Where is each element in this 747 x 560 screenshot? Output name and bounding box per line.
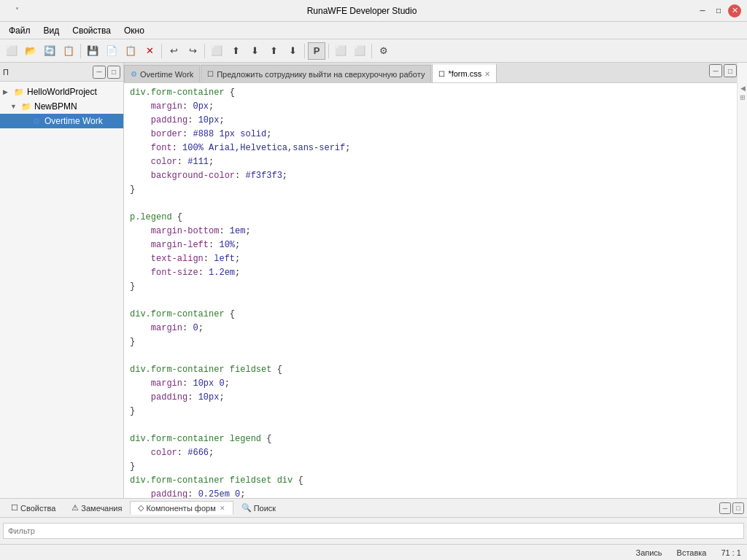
bottom-tabs: ☐ Свойства ⚠ Замечания ◇ Компоненты форм… — [0, 499, 747, 518]
bottom-tab-search[interactable]: 🔍 Поиск — [233, 501, 284, 515]
code-text-7: background-color: #f3f3f3; — [124, 169, 293, 183]
code-text-17: div.form-container { — [124, 308, 241, 322]
status-bar: Запись Вставка 71 : 1 — [0, 544, 747, 560]
tree-item-overtime[interactable]: ⚙ Overtime Work — [0, 114, 123, 128]
code-editor[interactable]: div.form-container { margin: 0px; paddin… — [124, 83, 737, 498]
code-text-24: } — [124, 405, 141, 419]
toolbar-sep5 — [328, 44, 329, 58]
bottom-maximize-btn[interactable]: □ — [732, 502, 744, 514]
code-text-3: padding: 10px; — [124, 114, 231, 128]
menu-file[interactable]: Файл — [3, 24, 36, 37]
tree-item-newbpmn[interactable]: ▼ 📁 NewBPMN — [0, 99, 123, 114]
code-line-23: padding: 10px; — [124, 391, 737, 405]
toolbar-save[interactable]: 💾 — [84, 42, 101, 60]
toolbar-btn15[interactable]: ⬇ — [284, 42, 301, 60]
gutter-icon2[interactable]: ⊞ — [739, 95, 746, 101]
menu-properties[interactable]: Свойства — [66, 24, 117, 37]
code-line-18: margin: 0; — [124, 322, 737, 335]
code-text-5: font: 100% Arial,Helvetica,sans-serif; — [124, 141, 356, 155]
toolbar-sep1 — [80, 44, 81, 58]
code-text-14: font-size: 1.2em; — [124, 266, 246, 280]
code-line-29: div.form-container fieldset div { — [124, 474, 737, 488]
toolbar-btn4[interactable]: 📋 — [60, 42, 77, 60]
bottom-tab-components[interactable]: ◇ Компоненты форм ✕ — [130, 501, 233, 515]
code-text-2: margin: 0px; — [124, 100, 220, 114]
toolbar-btn3[interactable]: 🔄 — [41, 42, 58, 60]
toolbar-btn12[interactable]: ⬆ — [227, 42, 244, 60]
code-text-23: padding: 10px; — [124, 391, 231, 405]
components-tab-close[interactable]: ✕ — [220, 505, 225, 512]
components-tab-icon: ◇ — [138, 503, 144, 513]
code-text-27: color: #666; — [124, 446, 220, 460]
toolbar-new[interactable]: ⬜ — [3, 42, 20, 60]
newbpmn-icon: 📁 — [20, 101, 32, 112]
status-record: Запись — [635, 548, 662, 557]
close-button[interactable]: ✕ — [728, 4, 741, 18]
toolbar-redo[interactable]: ↪ — [184, 42, 201, 60]
toolbar-undo[interactable]: ↩ — [165, 42, 182, 60]
status-position: 71 : 1 — [721, 548, 741, 557]
bottom-minimize-btn[interactable]: ─ — [719, 502, 731, 514]
tab-formcss[interactable]: ☐ *form.css ✕ — [432, 63, 497, 82]
toolbar-sep4 — [304, 44, 305, 58]
code-text-1: div.form-container { — [124, 86, 241, 100]
title-bar-left: ˅ — [6, 7, 28, 15]
toolbar-btn17[interactable]: ⬜ — [332, 42, 349, 60]
code-line-2: margin: 0px; — [124, 100, 737, 114]
tab-minimize-btn[interactable]: ─ — [709, 64, 722, 77]
tab-maximize-btn[interactable]: □ — [724, 64, 737, 77]
menu-view[interactable]: Вид — [38, 24, 66, 37]
bottom-tab-properties[interactable]: ☐ Свойства — [3, 501, 63, 515]
code-line-24: } — [124, 405, 737, 419]
code-line-1: div.form-container { — [124, 86, 737, 100]
code-line-27: color: #666; — [124, 446, 737, 460]
tab-formcss-close[interactable]: ✕ — [484, 70, 490, 78]
minimize-button[interactable]: ─ — [696, 4, 709, 18]
code-line-3: padding: 10px; — [124, 114, 737, 128]
tree-arrow-helloworld: ▶ — [3, 88, 13, 96]
toolbar-sep6 — [371, 44, 372, 58]
toolbar-btn7[interactable]: 📋 — [122, 42, 139, 60]
toolbar-saveas[interactable]: 📄 — [103, 42, 120, 60]
toolbar-btn13[interactable]: ⬇ — [246, 42, 263, 60]
code-text-30: padding: 0.25em 0; — [124, 488, 251, 498]
tree-item-helloworld[interactable]: ▶ 📁 HelloWorldProject — [0, 85, 123, 99]
tab-offer-icon: ☐ — [207, 70, 214, 78]
left-panel-maximize[interactable]: □ — [107, 66, 120, 79]
tab-area-controls: ─ □ — [709, 64, 737, 77]
toolbar-delete[interactable]: ✕ — [141, 42, 158, 60]
gutter-icon1[interactable]: ◀ — [739, 85, 746, 92]
bottom-tab-notes[interactable]: ⚠ Замечания — [63, 501, 130, 515]
code-text-18: margin: 0; — [124, 322, 209, 335]
tab-offer[interactable]: ☐ Предложить сотруднику выйти на сверхур… — [201, 65, 431, 82]
toolbar-btn11[interactable]: ⬜ — [208, 42, 225, 60]
maximize-button[interactable]: □ — [712, 4, 725, 18]
code-line-8: } — [124, 183, 737, 197]
code-line-5: font: 100% Arial,Helvetica,sans-serif; — [124, 141, 737, 155]
code-text-25 — [124, 419, 136, 432]
code-text-29: div.form-container fieldset div { — [124, 474, 309, 488]
left-panel-minimize[interactable]: ─ — [93, 66, 106, 79]
toolbar-settings[interactable]: ⚙ — [375, 42, 392, 60]
code-line-21: div.form-container fieldset { — [124, 363, 737, 377]
project-tree: ▶ 📁 HelloWorldProject ▼ 📁 NewBPMN ⚙ Over… — [0, 82, 123, 498]
toolbar-paragraph[interactable]: P — [308, 42, 325, 60]
code-text-8: } — [124, 183, 141, 197]
code-text-15: } — [124, 280, 141, 294]
tab-overtime-label: Overtime Work — [140, 70, 193, 79]
code-line-12: margin-left: 10%; — [124, 238, 737, 252]
tab-overtime[interactable]: ⚙ Overtime Work — [124, 65, 200, 82]
toolbar-btn18[interactable]: ⬜ — [351, 42, 368, 60]
code-line-25 — [124, 419, 737, 432]
code-text-10: p.legend { — [124, 211, 188, 225]
code-line-7: background-color: #f3f3f3; — [124, 169, 737, 183]
bottom-tab-controls: ─ □ — [719, 502, 744, 514]
toolbar-btn14[interactable]: ⬆ — [265, 42, 282, 60]
toolbar-open[interactable]: 📂 — [22, 42, 39, 60]
filter-input[interactable] — [3, 523, 744, 539]
tree-label-newbpmn: NewBPMN — [34, 101, 77, 112]
code-text-11: margin-bottom: 1em; — [124, 225, 257, 238]
tree-label-overtime: Overtime Work — [44, 116, 103, 126]
menu-window[interactable]: Окно — [118, 24, 150, 37]
code-line-28: } — [124, 460, 737, 474]
